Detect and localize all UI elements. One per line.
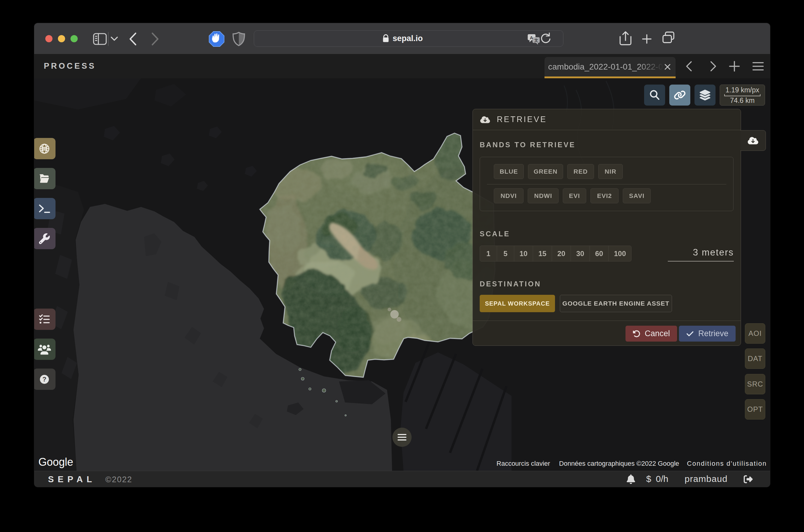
svg-text:A: A (530, 35, 533, 40)
svg-text:文: 文 (534, 38, 538, 43)
svg-text:?: ? (42, 376, 46, 383)
